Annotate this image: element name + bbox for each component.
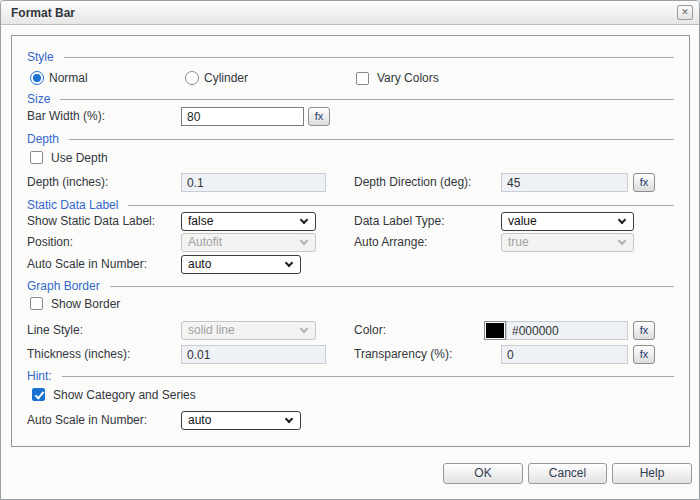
show-static-data-label-label: Show Static Data Label: — [27, 212, 155, 231]
select-value: solid line — [188, 323, 235, 337]
auto-scale-label: Auto Scale in Number: — [27, 255, 147, 274]
section-label: Depth — [27, 132, 59, 146]
select-value: true — [508, 235, 529, 249]
line-style-label: Line Style: — [27, 321, 83, 340]
chevron-down-icon — [285, 415, 293, 423]
use-depth-checkbox[interactable] — [30, 151, 43, 164]
section-label: Static Data Label — [27, 198, 118, 212]
color-label: Color: — [354, 321, 386, 340]
auto-scale-select[interactable]: auto — [181, 255, 301, 274]
radio-normal[interactable] — [30, 71, 44, 85]
section-divider — [128, 205, 674, 206]
transparency-input — [501, 345, 628, 364]
auto-arrange-label: Auto Arrange: — [354, 233, 427, 252]
vary-colors-label: Vary Colors — [377, 71, 439, 85]
depth-direction-input — [501, 173, 628, 192]
chevron-down-icon — [618, 237, 626, 245]
auto-arrange-select: true — [501, 233, 634, 252]
depth-inches-label: Depth (inches): — [27, 173, 108, 192]
section-divider — [110, 286, 674, 287]
position-label: Position: — [27, 233, 73, 252]
section-heading-hint: Hint: — [27, 369, 674, 383]
hint-auto-scale-label: Auto Scale in Number: — [27, 411, 147, 430]
use-depth-label: Use Depth — [51, 151, 108, 165]
select-value: false — [188, 214, 213, 228]
depth-direction-fx-button[interactable]: fx — [633, 173, 655, 192]
line-style-select: solid line — [181, 321, 316, 340]
data-label-type-select[interactable]: value — [501, 212, 634, 231]
section-label: Style — [27, 50, 54, 64]
chevron-down-icon — [300, 216, 308, 224]
dialog-title: Format Bar — [11, 1, 75, 25]
chevron-down-icon — [618, 216, 626, 224]
thickness-label: Thickness (inches): — [27, 345, 130, 364]
select-value: Autofit — [188, 235, 222, 249]
radio-cylinder[interactable] — [185, 71, 199, 85]
transparency-fx-button[interactable]: fx — [633, 345, 655, 364]
show-category-series-checkbox[interactable] — [32, 388, 45, 401]
vary-colors-checkbox[interactable] — [356, 72, 369, 85]
section-heading-style: Style — [27, 50, 674, 64]
show-category-series-label: Show Category and Series — [53, 388, 196, 402]
section-label: Hint: — [27, 369, 52, 383]
section-divider — [64, 57, 674, 58]
color-swatch[interactable] — [484, 321, 506, 340]
data-label-type-label: Data Label Type: — [354, 212, 445, 231]
color-value-input — [506, 321, 628, 340]
section-heading-graph-border: Graph Border — [27, 279, 674, 293]
transparency-label: Transparency (%): — [354, 345, 452, 364]
depth-inches-input — [181, 173, 326, 192]
ok-button[interactable]: OK — [443, 463, 523, 484]
section-label: Size — [27, 92, 50, 106]
hint-auto-scale-select[interactable]: auto — [181, 411, 301, 430]
cancel-button[interactable]: Cancel — [528, 463, 607, 484]
chevron-down-icon — [300, 325, 308, 333]
radio-cylinder-label: Cylinder — [204, 71, 248, 85]
section-divider — [62, 376, 674, 377]
format-bar-dialog: Format Bar ✕ Style Normal Cylinder Vary … — [0, 0, 700, 500]
section-divider — [69, 139, 674, 140]
chevron-down-icon — [285, 259, 293, 267]
bar-width-input[interactable] — [181, 107, 304, 126]
select-value: auto — [188, 257, 211, 271]
bar-width-fx-button[interactable]: fx — [308, 107, 330, 126]
show-static-data-label-select[interactable]: false — [181, 212, 316, 231]
color-fx-button[interactable]: fx — [633, 321, 655, 340]
section-heading-static-data-label: Static Data Label — [27, 198, 674, 212]
show-border-checkbox[interactable] — [30, 297, 43, 310]
bar-width-label: Bar Width (%): — [27, 107, 105, 126]
show-border-label: Show Border — [51, 297, 120, 311]
select-value: auto — [188, 413, 211, 427]
thickness-input — [181, 345, 326, 364]
section-heading-depth: Depth — [27, 132, 674, 146]
help-button[interactable]: Help — [612, 463, 692, 484]
section-label: Graph Border — [27, 279, 100, 293]
close-icon[interactable]: ✕ — [677, 5, 693, 20]
section-divider — [60, 99, 674, 100]
depth-direction-label: Depth Direction (deg): — [354, 173, 471, 192]
chevron-down-icon — [300, 237, 308, 245]
dialog-titlebar: Format Bar ✕ — [1, 1, 699, 25]
radio-normal-label: Normal — [49, 71, 88, 85]
select-value: value — [508, 214, 537, 228]
position-select: Autofit — [181, 233, 316, 252]
section-heading-size: Size — [27, 92, 674, 106]
